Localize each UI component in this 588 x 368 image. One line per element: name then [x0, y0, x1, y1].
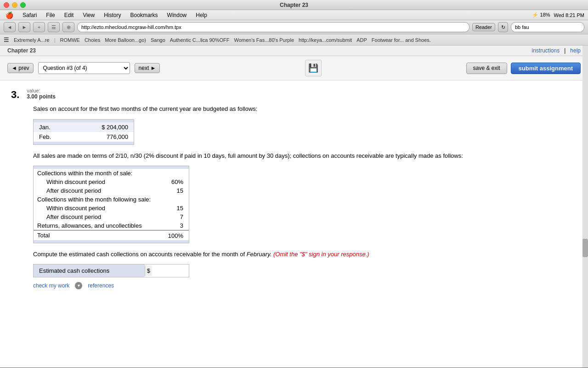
file-menu[interactable]: File [44, 12, 57, 18]
refresh-button[interactable]: ↻ [498, 22, 508, 32]
battery-status: ⚡ 18% [532, 12, 550, 18]
intro-text: Sales on account for the first two month… [33, 104, 577, 114]
estimated-collections-label: Estimated cash collections [34, 264, 145, 277]
collection-label-2: After discount period [34, 186, 163, 195]
collection-label-5: Returns, allowances, and uncollectibles [34, 221, 163, 230]
table-row: Feb. 776,000 [34, 132, 134, 142]
question-selector[interactable]: Question #3 (of 4) [38, 62, 130, 74]
value-label: value: [27, 88, 56, 93]
sub-header: Chapter 23 instructions | help [0, 46, 588, 56]
share-button[interactable]: ⊕ [62, 22, 74, 32]
check-work-area: check my work ▼ references [33, 282, 577, 289]
view-menu[interactable]: View [81, 12, 96, 18]
content-area: 3. value: 3.00 points Sales on account f… [0, 80, 588, 368]
question-header: value: 3.00 points [27, 88, 56, 101]
next-button[interactable]: next ► [135, 63, 160, 73]
menu-bar-right: ⚡ 18% Wed 8:21 PM [532, 12, 584, 18]
apple-menu[interactable]: 🍎 [4, 12, 15, 19]
help-menu[interactable]: Help [194, 12, 209, 18]
bookmark-9[interactable]: ADP [356, 37, 367, 43]
browser-toolbar: ◄ ► + ☰ ⊕ Reader ↻ [0, 20, 588, 34]
february-label: February. [247, 251, 272, 258]
references-link[interactable]: references [88, 282, 114, 289]
terms-text: All sales are made on terms of 2/10, n/3… [33, 151, 577, 161]
collections-table: Collections within the month of sale: Wi… [33, 166, 189, 243]
forward-button[interactable]: ► [18, 22, 30, 32]
references-icon: ▼ [75, 282, 82, 289]
table-row: Within discount period 15 [34, 204, 189, 213]
answer-input[interactable] [152, 265, 189, 276]
bookmark-6[interactable]: Authentic C...lica 90%OFF [170, 37, 230, 43]
search-bar[interactable] [511, 22, 584, 32]
sales-table: Jan. $ 204,000 Feb. 776,000 [33, 119, 134, 145]
table-row: Collections within the month following s… [34, 195, 189, 204]
window-title: Chapter 23 [280, 2, 308, 8]
url-bar[interactable] [77, 22, 469, 32]
answer-row: Estimated cash collections $ [33, 264, 189, 277]
reader-list-button[interactable]: ☰ [48, 22, 60, 32]
nav-right: save & exit submit assignment [466, 63, 581, 74]
chapter-label: Chapter 23 [7, 47, 36, 54]
collection-label-1: Within discount period [34, 178, 163, 186]
scrollbar-thumb[interactable] [582, 239, 588, 257]
plus-button[interactable]: + [33, 22, 45, 32]
save-exit-button[interactable]: save & exit [466, 63, 507, 74]
collection-value-2: 15 [163, 186, 189, 195]
prev-button[interactable]: ◄ prev [7, 63, 34, 73]
instruction-text: Compute the estimated cash collections o… [33, 250, 577, 259]
sub-header-right: instructions | help [531, 47, 581, 54]
window-menu[interactable]: Window [165, 12, 189, 18]
safari-menu[interactable]: Safari [21, 12, 39, 18]
table-row: Jan. $ 204,000 [34, 122, 134, 132]
edit-menu[interactable]: Edit [62, 12, 76, 18]
minimize-button[interactable] [12, 2, 17, 8]
bookmark-7[interactable]: Women's Fas...80's Purple [234, 37, 294, 43]
bookmark-4[interactable]: More Balloon...go) [105, 37, 146, 43]
section-header-following: Collections within the month following s… [34, 195, 163, 204]
amount-feb: 776,000 [72, 132, 134, 142]
reader-button[interactable]: Reader [472, 23, 495, 31]
zoom-button[interactable] [20, 2, 26, 8]
help-link[interactable]: help [570, 47, 581, 54]
check-my-work-link[interactable]: check my work [33, 282, 69, 289]
month-feb: Feb. [34, 132, 72, 142]
question-body: Sales on account for the first two month… [33, 104, 577, 289]
menu-bar: 🍎 Safari File Edit View History Bookmark… [0, 10, 588, 20]
bookmark-3[interactable]: Choies [85, 37, 100, 43]
collection-value-3: 15 [163, 204, 189, 213]
table-row: After discount period 15 [34, 186, 189, 195]
question-nav: ◄ prev Question #3 (of 4) next ► 💾 save … [0, 56, 588, 80]
bookmark-1[interactable]: Extremely A...re [14, 37, 50, 43]
points-label: 3.00 points [27, 93, 56, 100]
bookmark-5[interactable]: Sango [151, 37, 165, 43]
submit-button[interactable]: submit assignment [511, 63, 581, 74]
collection-value-1: 60% [163, 178, 189, 186]
bookmark-2[interactable]: ROMWE [60, 37, 80, 43]
bookmarks-icon: ☰ [4, 36, 9, 43]
bookmark-8[interactable]: http://keya...com/submit [299, 37, 352, 43]
collection-label-4: After discount period [34, 213, 163, 221]
total-value: 100% [163, 230, 189, 240]
scrollbar[interactable] [582, 46, 588, 368]
separator: | [564, 47, 565, 54]
bookmarks-bar: ☰ Extremely A...re | ROMWE Choies More B… [0, 34, 588, 46]
history-menu[interactable]: History [102, 12, 123, 18]
mac-title-bar: Chapter 23 [0, 0, 588, 10]
close-button[interactable] [4, 2, 9, 8]
table-row: Within discount period 60% [34, 178, 189, 186]
collection-value-5: 3 [163, 221, 189, 230]
omit-note: (Omit the "$" sign in your response.) [273, 251, 369, 258]
total-label: Total [34, 230, 163, 240]
bookmark-10[interactable]: Footwear for... and Shoes. [372, 37, 431, 43]
month-jan: Jan. [34, 122, 72, 132]
back-button[interactable]: ◄ [4, 22, 16, 32]
traffic-lights [4, 2, 26, 8]
total-row: Total 100% [34, 230, 189, 240]
collection-label-3: Within discount period [34, 204, 163, 213]
collection-value-4: 7 [163, 213, 189, 221]
question-number: 3. [11, 89, 19, 101]
datetime: Wed 8:21 PM [554, 12, 584, 18]
bookmarks-menu[interactable]: Bookmarks [129, 12, 160, 18]
instructions-link[interactable]: instructions [531, 47, 560, 54]
table-row: After discount period 7 [34, 213, 189, 221]
